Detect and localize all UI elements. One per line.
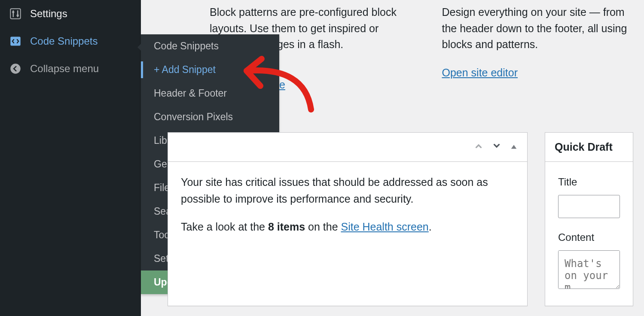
submenu-header-footer[interactable]: Header & Footer	[141, 82, 279, 105]
svg-point-1	[12, 11, 14, 13]
submenu-conversion-pixels[interactable]: Conversion Pixels	[141, 105, 279, 129]
site-health-message: Your site has critical issues that shoul…	[181, 174, 514, 207]
quick-draft-header: Quick Draft	[545, 133, 633, 162]
svg-rect-0	[10, 9, 20, 18]
quick-draft-box: Quick Draft Title Content	[545, 132, 633, 306]
draft-title-input[interactable]	[558, 195, 620, 218]
submenu-code-snippets[interactable]: Code Snippets	[141, 34, 279, 58]
code-icon	[9, 34, 22, 48]
triangle-up-icon[interactable]	[510, 139, 518, 155]
dashboard-boxes: Your site has critical issues that shoul…	[172, 132, 631, 306]
partial-link-fragment[interactable]: e	[279, 79, 285, 91]
text-fragment: on the	[305, 221, 341, 233]
svg-point-4	[10, 64, 20, 73]
sidebar-item-collapse[interactable]: Collapse menu	[0, 55, 141, 82]
chevron-up-icon[interactable]	[474, 139, 483, 155]
title-label: Title	[558, 174, 620, 190]
chevron-down-icon[interactable]	[492, 139, 501, 155]
items-count: 8 items	[268, 221, 305, 233]
design-column: Design everything on your site — from th…	[442, 4, 632, 81]
design-text: Design everything on your site — from th…	[442, 4, 632, 53]
sidebar-item-label: Settings	[30, 8, 67, 20]
settings-icon	[9, 7, 22, 21]
sidebar-item-label: Code Snippets	[30, 35, 98, 47]
content-label: Content	[558, 229, 620, 245]
sidebar-item-code-snippets[interactable]: Code Snippets	[0, 27, 141, 55]
quick-draft-body: Title Content	[545, 162, 633, 306]
site-health-screen-link[interactable]: Site Health screen	[341, 221, 428, 233]
open-site-editor-link[interactable]: Open site editor	[442, 67, 518, 79]
site-health-box: Your site has critical issues that shoul…	[168, 132, 528, 306]
collapse-icon	[9, 62, 22, 76]
submenu-add-snippet[interactable]: + Add Snippet	[141, 58, 279, 82]
sidebar-item-settings[interactable]: Settings	[0, 0, 141, 27]
sidebar-item-label: Collapse menu	[30, 63, 99, 75]
admin-sidebar: Settings Code Snippets Collapse menu	[0, 0, 141, 316]
text-fragment: .	[429, 221, 432, 233]
site-health-body: Your site has critical issues that shoul…	[168, 162, 527, 247]
quick-draft-title: Quick Draft	[555, 139, 613, 155]
site-health-cta: Take a look at the 8 items on the Site H…	[181, 219, 514, 235]
svg-point-2	[17, 14, 19, 16]
text-fragment: Take a look at the	[181, 221, 268, 233]
site-health-header	[168, 133, 527, 162]
draft-content-textarea[interactable]	[558, 250, 620, 289]
